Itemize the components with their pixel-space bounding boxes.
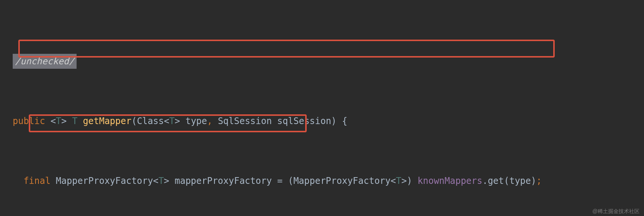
code-line: /unchecked/ <box>13 54 644 69</box>
watermark: @稀土掘金技术社区 <box>592 209 640 214</box>
code-editor[interactable]: /unchecked/ public <T> T getMapper(Class… <box>0 0 644 216</box>
keyword-public: public <box>13 116 45 126</box>
field-knownMappers: knownMappers <box>418 176 482 186</box>
generic-T: T <box>56 116 61 126</box>
keyword-final: final <box>24 176 50 186</box>
suppressed-comment: /unchecked/ <box>13 54 77 69</box>
code-line: final MapperProxyFactory<T> mapperProxyF… <box>13 173 644 188</box>
method-name: getMapper <box>83 116 131 126</box>
code-line: public <T> T getMapper(Class<T> type, Sq… <box>13 114 644 129</box>
